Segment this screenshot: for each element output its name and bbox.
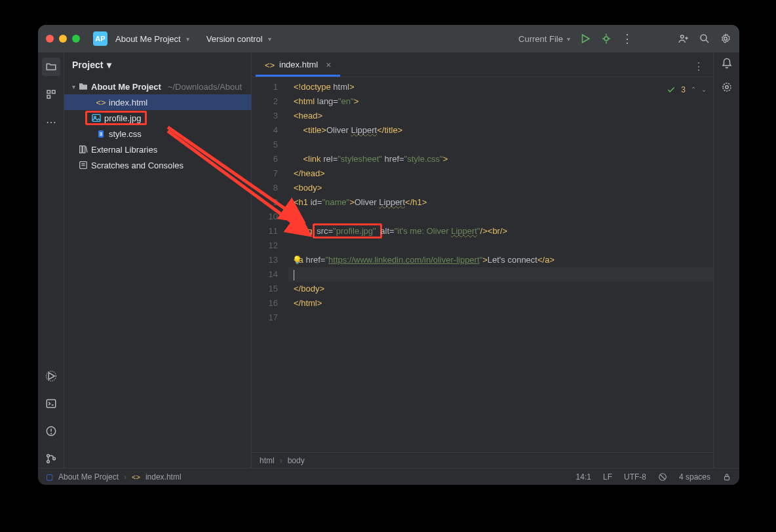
html-file-icon: <> [132,473,140,481]
indent-setting[interactable]: 4 spaces [679,472,710,482]
editor-breadcrumb: html › body [252,452,713,468]
project-tree: ▾ About Me Project ~/Downloads/About <> … [64,77,251,468]
run-icon[interactable] [579,33,591,45]
svg-point-11 [724,37,728,41]
svg-point-1 [604,37,608,41]
svg-point-6 [681,35,684,39]
left-tool-rail: ⋯ [38,52,64,468]
file-encoding[interactable]: UTF-8 [624,472,646,482]
chevron-down-icon: ▾ [107,60,111,70]
notifications-button[interactable] [721,58,733,72]
window-controls [46,35,80,43]
svg-rect-28 [83,146,85,153]
debug-icon[interactable] [600,33,612,45]
svg-rect-13 [52,90,55,94]
svg-point-24 [52,457,55,460]
svg-marker-0 [583,35,590,43]
code-content[interactable]: <!doctype html><html lang="en"><head> <t… [288,77,713,452]
project-name[interactable]: About Me Project [115,34,181,44]
svg-rect-25 [92,115,100,122]
more-tools-button[interactable]: ⋯ [42,113,60,131]
svg-point-33 [725,86,728,89]
tree-file-index[interactable]: <> index.html [64,94,251,110]
breadcrumb-item[interactable]: html [260,456,275,465]
tree-file-profile[interactable]: profile.jpg [64,110,251,126]
svg-rect-14 [47,96,50,99]
annotation-highlight: profile.jpg [85,111,147,125]
sidebar-header[interactable]: Project ▾ [64,52,251,77]
scratches-icon [78,160,88,170]
problems-tool-button[interactable] [42,422,60,440]
titlebar: AP About Me Project ▾ Version control ▾ … [38,25,739,52]
project-avatar: AP [93,31,107,46]
editor-tabs: <> index.html × ⋮ [252,52,713,77]
folder-icon [78,81,88,92]
right-tool-rail [713,52,739,468]
chevron-down-icon: ▾ [186,35,189,43]
services-tool-button[interactable] [42,367,60,385]
svg-rect-12 [47,90,50,94]
svg-rect-27 [80,146,82,153]
svg-line-35 [660,474,665,479]
ai-assistant-button[interactable] [721,81,733,96]
git-tool-button[interactable] [42,449,60,468]
reader-mode-icon[interactable] [658,472,667,482]
editor-area: <> index.html × ⋮ 3 ⌃ ⌄ 1234567891011121… [252,52,713,468]
svg-point-21 [50,433,51,434]
statusbar-file[interactable]: index.html [146,472,182,482]
project-tool-button[interactable] [42,58,60,76]
svg-point-23 [47,461,49,463]
chevron-down-icon: ▾ [567,35,570,43]
svg-point-22 [47,455,49,457]
gutter[interactable]: 1234567891011121314151617 [252,77,288,452]
chevron-down-icon: ▾ [72,83,75,90]
breadcrumb-separator-icon: › [280,456,282,465]
code-with-me-icon[interactable] [678,33,689,45]
close-tab-icon[interactable]: × [326,60,331,70]
statusbar-project[interactable]: About Me Project [58,472,119,482]
version-control-menu[interactable]: Version control [206,34,263,44]
close-window-button[interactable] [46,35,54,43]
svg-line-10 [706,40,708,43]
tree-scratches[interactable]: ▸ Scratches and Consoles [64,157,251,173]
minimize-window-button[interactable] [59,35,67,43]
run-config-selector[interactable]: Current File ▾ [518,34,570,44]
tree-file-style[interactable]: 3 style.css [64,126,251,142]
breadcrumb-item[interactable]: body [288,456,305,465]
cursor-position[interactable]: 14:1 [576,472,591,482]
line-ending[interactable]: LF [603,472,612,482]
svg-marker-15 [48,373,54,380]
svg-rect-17 [47,400,56,408]
statusbar: ▢ About Me Project › <> index.html 14:1 … [38,468,739,485]
tree-root[interactable]: ▾ About Me Project ~/Downloads/About [64,79,251,94]
tab-more-icon[interactable]: ⋮ [689,56,708,77]
terminal-tool-button[interactable] [42,394,60,413]
structure-tool-button[interactable] [42,85,60,104]
html-file-icon: <> [265,60,274,69]
project-sidebar: Project ▾ ▾ About Me Project ~/Downloads… [64,52,252,468]
chevron-down-icon: ▾ [268,35,271,43]
lock-icon[interactable] [722,472,731,482]
html-file-icon: <> [96,97,106,107]
search-icon[interactable] [699,33,710,45]
more-icon[interactable]: ⋮ [621,31,633,46]
library-icon [78,144,88,155]
svg-line-29 [86,146,87,152]
nav-square-icon[interactable]: ▢ [46,472,53,482]
css-file-icon: 3 [96,128,106,139]
image-file-icon [91,113,102,123]
code-editor[interactable]: 3 ⌃ ⌄ 1234567891011121314151617 <!doctyp… [252,77,713,452]
svg-point-9 [701,35,707,41]
settings-icon[interactable] [720,33,731,45]
maximize-window-button[interactable] [72,35,80,43]
editor-tab[interactable]: <> index.html × [256,54,340,77]
svg-rect-36 [725,476,729,480]
ide-window: AP About Me Project ▾ Version control ▾ … [38,25,739,485]
tree-external-libs[interactable]: ▸ External Libraries [64,142,251,157]
